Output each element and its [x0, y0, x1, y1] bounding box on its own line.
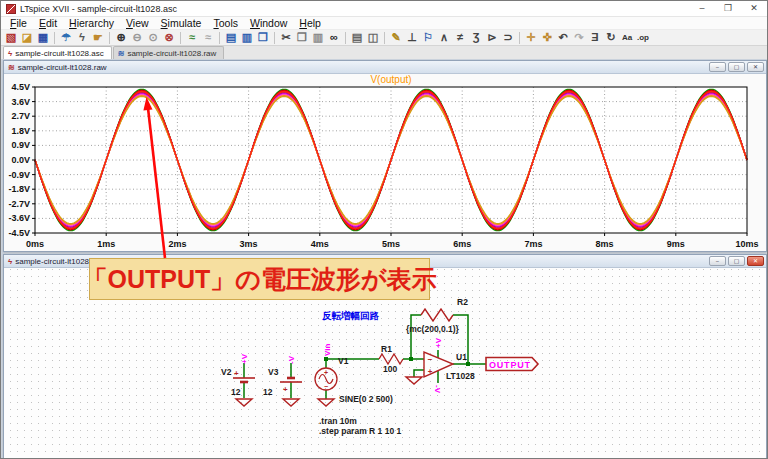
close-button[interactable]: ✕ [741, 1, 767, 16]
save-icon[interactable]: ▦ [35, 30, 51, 45]
paste-icon[interactable]: ▥ [310, 30, 326, 45]
y-axis-tick: -3.6V [8, 213, 30, 223]
wire[interactable] [411, 315, 421, 359]
document-tab-bar: ϟ sample-circuit-lt1028.asc ≋ sample-cir… [1, 46, 767, 60]
waveform-plot[interactable]: 4.5V3.6V2.7V1.8V0.9V0.0V-0.9V-1.8V-2.7V-… [4, 74, 766, 253]
u1-value: LT1028 [446, 371, 475, 381]
waveform-minimize-button[interactable]: − [709, 62, 726, 72]
text-icon[interactable]: Aa [619, 30, 635, 45]
rotate-icon[interactable]: ↻ [603, 30, 619, 45]
waveform-viewer-window: ≋ sample-circuit-lt1028.raw − ▢ ✕ 4.5V3.… [3, 60, 767, 252]
place-ground-icon[interactable]: ⊥ [404, 30, 420, 45]
ground-symbol[interactable] [236, 399, 252, 406]
run-icon[interactable]: ϟ [74, 30, 90, 45]
open-file-icon[interactable]: ◪ [19, 30, 35, 45]
menu-hierarchy[interactable]: Hierarchy [63, 17, 120, 30]
wire[interactable] [414, 370, 424, 377]
menu-help[interactable]: Help [293, 17, 327, 30]
ground-symbol[interactable] [318, 399, 334, 406]
y-axis-tick: 0.9V [11, 140, 30, 150]
place-label-icon[interactable]: ⚐ [420, 30, 436, 45]
annotation-callout: 「OUTPUT」の電圧波形が表示 [89, 258, 430, 300]
menu-file[interactable]: File [4, 17, 33, 30]
place-diode-icon[interactable]: ⊳ [484, 30, 500, 45]
x-axis-tick: 1ms [97, 239, 115, 249]
schematic-close-button[interactable]: ✕ [747, 256, 764, 266]
x-axis-tick: 2ms [168, 239, 186, 249]
pan-plot-icon[interactable]: ≈ [200, 30, 216, 45]
find-icon[interactable]: ∞ [326, 30, 342, 45]
x-axis-tick: 0ms [26, 239, 44, 249]
maximize-button[interactable]: ❐ [715, 1, 741, 16]
menu-tools[interactable]: Tools [207, 17, 244, 30]
toolbar: ▧◪▦☂ϟ☛⊕⊖⊙⊗≈≈▤▥❐✂❐▥∞▤◫✎⊥⚐∧≠Ʒ⊳⊃✛✜↶↷Ǝ↻Aa.op [1, 30, 767, 46]
menu-window[interactable]: Window [244, 17, 293, 30]
directive-step: .step param R 1 10 1 [319, 426, 401, 436]
v2-name: V2 [221, 367, 232, 377]
move-icon[interactable]: ✛ [523, 30, 539, 45]
waveform-close-button[interactable]: ✕ [747, 62, 764, 72]
y-axis-tick: 4.5V [11, 82, 30, 92]
mirror-icon[interactable]: Ǝ [587, 30, 603, 45]
control-panel-icon[interactable]: ☂ [58, 30, 74, 45]
tab-waveform-file[interactable]: ≋ sample-circuit-lt1028.raw [113, 46, 225, 59]
app-icon [6, 4, 16, 14]
x-axis-tick: 9ms [667, 239, 685, 249]
place-capacitor-icon[interactable]: ≠ [452, 30, 468, 45]
zoom-in-icon[interactable]: ⊕ [113, 30, 129, 45]
halt-icon[interactable]: ☛ [90, 30, 106, 45]
tile-horizontally-icon[interactable]: ▥ [239, 30, 255, 45]
ground-symbol[interactable] [406, 377, 422, 384]
y-axis-tick: -2.7V [8, 199, 30, 209]
waveform-restore-button[interactable]: ▢ [728, 62, 745, 72]
toolbar-separator [180, 32, 181, 44]
place-resistor-icon[interactable]: ∧ [436, 30, 452, 45]
drag-icon[interactable]: ✜ [539, 30, 555, 45]
schematic-minimize-button[interactable]: − [709, 256, 726, 266]
x-axis-tick: 5ms [382, 239, 400, 249]
net-label-opamp-minus-v: -V [433, 385, 442, 394]
zoom-full-extents-icon[interactable]: ⊗ [161, 30, 177, 45]
schematic-restore-button[interactable]: ▢ [728, 256, 745, 266]
undo-icon[interactable]: ↶ [555, 30, 571, 45]
print-preview-icon[interactable]: ◫ [365, 30, 381, 45]
tile-vertically-icon[interactable]: ▤ [223, 30, 239, 45]
component-body[interactable] [379, 354, 403, 364]
r2-name: R2 [457, 297, 468, 307]
tab-label: sample-circuit-lt1028.asc [15, 49, 103, 58]
y-axis-tick: 2.7V [11, 111, 30, 121]
schematic-window-icon: ϟ [8, 257, 12, 266]
y-axis-tick: 3.6V [11, 97, 30, 107]
place-inductor-icon[interactable]: Ʒ [468, 30, 484, 45]
draw-wire-icon[interactable]: ✎ [388, 30, 404, 45]
x-axis-tick: 7ms [524, 239, 542, 249]
window-title: LTspice XVII - sample-circuit-lt1028.asc [20, 4, 177, 14]
cascade-windows-icon[interactable]: ❐ [255, 30, 271, 45]
u1-name: U1 [456, 352, 467, 362]
y-axis-tick: -0.9V [8, 170, 30, 180]
print-icon[interactable]: ▤ [349, 30, 365, 45]
toolbar-separator [519, 32, 520, 44]
ground-symbol[interactable] [283, 399, 299, 406]
zoom-out-icon[interactable]: ⊖ [129, 30, 145, 45]
zoom-area-icon[interactable]: ⊙ [145, 30, 161, 45]
component-body[interactable] [421, 309, 453, 321]
v2-plus-mark: + [234, 369, 239, 378]
tab-schematic-file[interactable]: ϟ sample-circuit-lt1028.asc [3, 46, 112, 59]
redo-icon[interactable]: ↷ [571, 30, 587, 45]
menu-simulate[interactable]: Simulate [155, 17, 208, 30]
waveform-plot-pane[interactable]: 4.5V3.6V2.7V1.8V0.9V0.0V-0.9V-1.8V-2.7V-… [4, 74, 766, 251]
copy-icon[interactable]: ❐ [294, 30, 310, 45]
new-schematic-icon[interactable]: ▧ [3, 30, 19, 45]
toolbar-separator [274, 32, 275, 44]
autorange-y-axis-icon[interactable]: ≈ [184, 30, 200, 45]
place-component-icon[interactable]: ⊃ [500, 30, 516, 45]
net-label-opamp-plus-v: +V [434, 337, 443, 348]
v3-value: 12 [263, 387, 273, 397]
menu-view[interactable]: View [120, 17, 155, 30]
minimize-button[interactable]: – [689, 1, 715, 16]
cut-icon[interactable]: ✂ [278, 30, 294, 45]
menu-edit[interactable]: Edit [33, 17, 63, 30]
toolbar-separator [384, 32, 385, 44]
spice-directive-icon[interactable]: .op [635, 30, 651, 45]
